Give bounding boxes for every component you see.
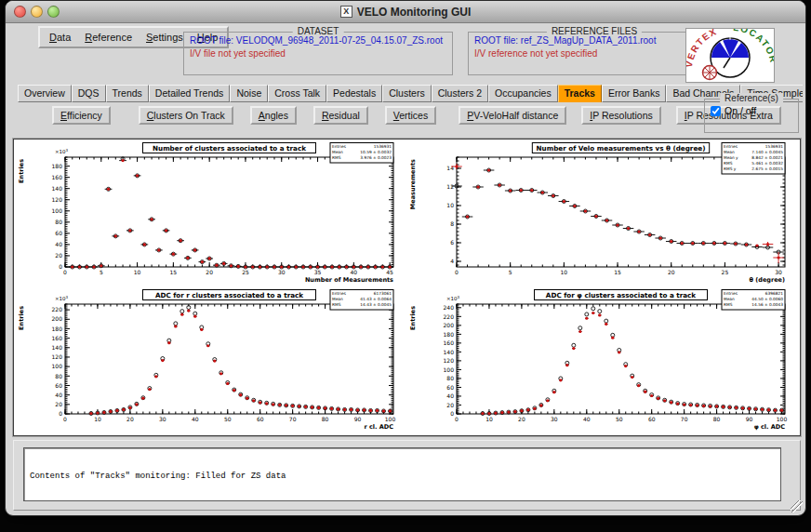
x11-app-icon: X xyxy=(340,6,352,18)
svg-text:14.56 ± 0.0043: 14.56 ± 0.0043 xyxy=(751,302,783,307)
svg-text:20: 20 xyxy=(206,269,213,275)
monitoring-info-textview[interactable]: Contents of "Tracks" monitoring: Filled … xyxy=(23,447,781,501)
svg-text:3.976 ± 0.0023: 3.976 ± 0.0023 xyxy=(360,155,392,160)
chart-adc-r-clusters: 0102030405060708090100020406080100120140… xyxy=(15,288,406,433)
menu-reference[interactable]: Reference xyxy=(85,32,132,43)
svg-text:10: 10 xyxy=(561,269,568,275)
svg-text:100: 100 xyxy=(385,416,396,422)
svg-text:30: 30 xyxy=(551,416,558,422)
svg-text:Mean: Mean xyxy=(332,297,343,301)
pad-adc-phi-clusters[interactable]: 0102030405060708090100020406080100120140… xyxy=(406,288,797,433)
svg-text:20: 20 xyxy=(668,269,675,275)
ip-resolutions-button[interactable]: IP Resolutions xyxy=(581,106,661,125)
info-line: --------------------------------- xyxy=(30,501,775,502)
window-title-group: X VELO Monitoring GUI xyxy=(6,6,805,19)
svg-text:5: 5 xyxy=(100,269,103,275)
angles-button[interactable]: Angles xyxy=(250,106,297,125)
chart-adc-phi-clusters: 0102030405060708090100020406080100120140… xyxy=(406,288,797,433)
reference-on-off-checkbox[interactable] xyxy=(711,106,721,116)
svg-text:60: 60 xyxy=(55,382,62,389)
residual-button[interactable]: Residual xyxy=(313,106,368,125)
svg-text:RMS: RMS xyxy=(724,302,733,307)
svg-text:30: 30 xyxy=(775,269,782,275)
svg-text:70: 70 xyxy=(289,416,297,422)
tracks-toolbar: Efficiency Clusters On Track Angles Resi… xyxy=(52,106,781,125)
svg-text:35: 35 xyxy=(314,269,322,275)
menu-settings[interactable]: Settings xyxy=(146,32,183,43)
svg-text:Entries: Entries xyxy=(18,159,25,183)
svg-text:220: 220 xyxy=(52,306,63,313)
vertex-locator-logo: VERTEX LOCATOR xyxy=(685,28,775,83)
svg-text:140: 140 xyxy=(444,349,455,355)
tab-error-banks[interactable]: Error Banks xyxy=(602,85,666,102)
svg-text:6396821: 6396821 xyxy=(765,291,783,296)
dataset-root-file: ROOT file: VELODQM_96948_2011-07-25_04.1… xyxy=(190,34,446,47)
svg-text:44.50 ± 0.0060: 44.50 ± 0.0060 xyxy=(751,297,783,301)
efficiency-button[interactable]: Efficiency xyxy=(52,106,111,125)
dataset-groupbox: DATASET ROOT file: VELODQM_96948_2011-07… xyxy=(183,32,453,75)
svg-text:Entries: Entries xyxy=(409,306,417,330)
svg-text:40: 40 xyxy=(55,241,62,247)
resize-grip[interactable] xyxy=(791,500,803,512)
tab-cross-talk[interactable]: Cross Talk xyxy=(268,85,326,102)
svg-text:25: 25 xyxy=(722,269,729,275)
tab-noise[interactable]: Noise xyxy=(230,85,268,102)
chart-velo-measurements-vs-theta: 051015202530468101214Number of Velo meas… xyxy=(406,141,797,286)
svg-text:14: 14 xyxy=(446,165,454,171)
info-line: Contents of "Tracks" monitoring: Filled … xyxy=(30,472,775,482)
tab-detailed-trends[interactable]: Detailed Trends xyxy=(149,85,231,102)
menu-data[interactable]: Data xyxy=(49,32,71,43)
tab-overview[interactable]: Overview xyxy=(18,85,72,102)
svg-text:60: 60 xyxy=(648,416,656,422)
svg-text:160: 160 xyxy=(52,335,63,341)
svg-text:25: 25 xyxy=(242,269,249,275)
tab-tracks[interactable]: Tracks xyxy=(558,85,602,102)
pv-velohalf-distance-button[interactable]: PV-VeloHalf distance xyxy=(459,106,566,125)
title-bar[interactable]: X VELO Monitoring GUI xyxy=(6,1,805,23)
tab-clusters-2[interactable]: Clusters 2 xyxy=(432,85,488,102)
svg-text:Entries: Entries xyxy=(724,291,738,296)
svg-text:60: 60 xyxy=(446,384,454,391)
svg-text:50: 50 xyxy=(224,416,232,422)
svg-text:100: 100 xyxy=(52,363,63,369)
svg-text:8.842 ± 0.0021: 8.842 ± 0.0021 xyxy=(751,155,783,160)
svg-text:ADC for r clusters associated: ADC for r clusters associated to a track xyxy=(155,291,303,299)
svg-text:10: 10 xyxy=(134,269,141,275)
svg-text:240: 240 xyxy=(444,304,455,311)
svg-text:Entries: Entries xyxy=(332,291,347,296)
svg-text:200: 200 xyxy=(444,322,455,328)
reference-files-legend: REFERENCE FILES xyxy=(547,26,642,36)
svg-text:10: 10 xyxy=(446,202,454,208)
tab-clusters[interactable]: Clusters xyxy=(382,85,432,102)
svg-text:0: 0 xyxy=(59,410,62,417)
svg-text:0: 0 xyxy=(455,269,459,275)
info-panel: Contents of "Tracks" monitoring: Filled … xyxy=(13,440,801,511)
svg-text:60: 60 xyxy=(55,230,62,236)
vertices-button[interactable]: Vertices xyxy=(385,106,436,125)
pad-measurements-vs-theta[interactable]: 051015202530468101214Number of Velo meas… xyxy=(406,141,797,286)
svg-text:ADC for φ clusters associated: ADC for φ clusters associated to a track xyxy=(546,291,696,299)
svg-text:90: 90 xyxy=(354,416,362,422)
svg-text:100: 100 xyxy=(52,207,63,214)
tab-dqs[interactable]: DQS xyxy=(72,85,106,102)
svg-text:Number of clusters associated: Number of clusters associated to a track xyxy=(153,144,306,153)
clusters-on-track-button[interactable]: Clusters On Track xyxy=(139,106,233,125)
reference-files-groupbox: REFERENCE FILES ROOT file: ref_ZS_MagUp_… xyxy=(468,32,721,75)
svg-text:120: 120 xyxy=(52,196,63,203)
tab-trends[interactable]: Trends xyxy=(106,85,149,102)
reference-root-file: ROOT file: ref_ZS_MagUp_DATA_2011.root xyxy=(474,34,714,47)
svg-text:0: 0 xyxy=(59,263,62,270)
svg-text:80: 80 xyxy=(55,219,62,225)
svg-text:Mean: Mean xyxy=(332,150,343,154)
pad-clusters-per-track[interactable]: 0510152025303540450204060801001201401601… xyxy=(15,141,406,286)
pad-adc-r-clusters[interactable]: 0102030405060708090100020406080100120140… xyxy=(15,288,406,433)
tab-occupancies[interactable]: Occupancies xyxy=(488,85,558,102)
tab-pedestals[interactable]: Pedestals xyxy=(326,85,382,102)
app-window: X VELO Monitoring GUI Data Reference Set… xyxy=(5,0,806,516)
reference-iv-file: I/V reference not yet specified xyxy=(474,47,714,60)
svg-text:45: 45 xyxy=(386,269,393,275)
svg-text:40: 40 xyxy=(351,269,358,275)
svg-text:140: 140 xyxy=(52,185,63,192)
svg-text:220: 220 xyxy=(444,313,455,320)
svg-text:80: 80 xyxy=(322,416,329,422)
